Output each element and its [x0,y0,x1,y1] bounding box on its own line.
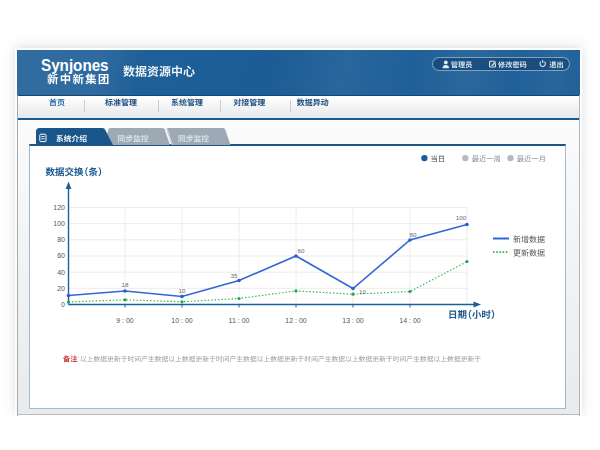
svg-text:14 : 00: 14 : 00 [399,317,421,324]
svg-text:10: 10 [359,288,366,295]
svg-text:20: 20 [57,285,65,292]
svg-text:40: 40 [57,269,65,276]
svg-text:10 : 00: 10 : 00 [171,317,193,324]
svg-text:100: 100 [53,220,65,227]
svg-text:9 : 00: 9 : 00 [116,317,134,324]
svg-text:80: 80 [410,231,417,238]
svg-text:60: 60 [298,247,305,254]
svg-text:12 : 00: 12 : 00 [285,317,307,324]
svg-text:13 : 00: 13 : 00 [342,317,364,324]
svg-text:11 : 00: 11 : 00 [229,317,250,324]
svg-text:100: 100 [456,214,467,221]
svg-text:18: 18 [122,281,129,288]
svg-text:35: 35 [231,272,238,279]
svg-text:80: 80 [57,236,65,243]
svg-text:60: 60 [57,252,65,259]
svg-text:120: 120 [53,204,65,211]
svg-text:10: 10 [179,287,186,294]
svg-text:0: 0 [61,301,65,308]
